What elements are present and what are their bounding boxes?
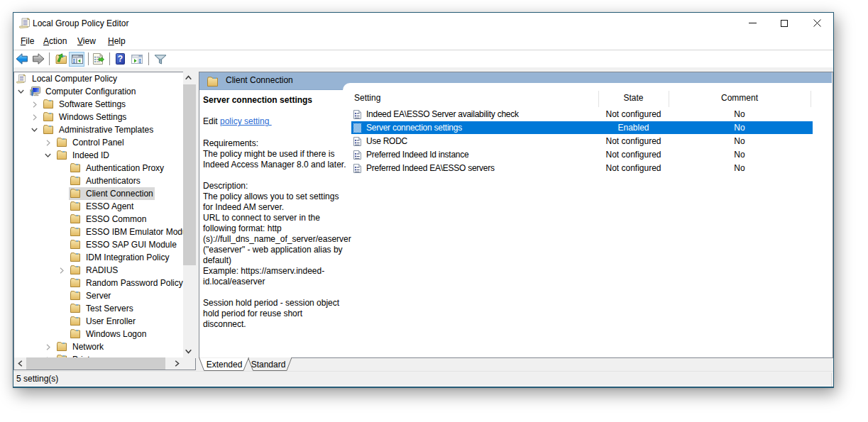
svg-text:?: ? bbox=[118, 54, 123, 64]
